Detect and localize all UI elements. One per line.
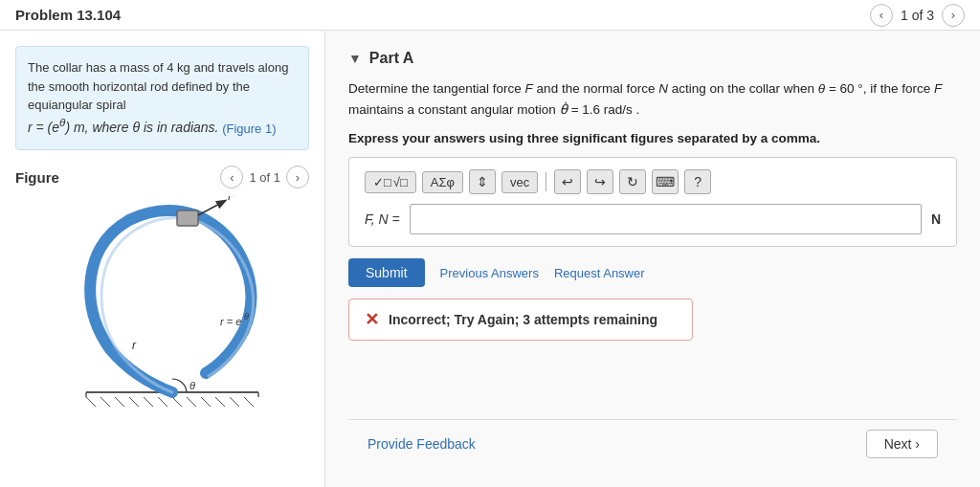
sqrt-icon: ✓□ — [373, 175, 391, 189]
vec-btn[interactable]: vec — [501, 171, 538, 193]
svg-line-12 — [215, 397, 225, 407]
input-row: F, N = N — [365, 204, 941, 234]
keyboard-icon: ⌨ — [656, 174, 675, 189]
desc-line1: The collar has a mass of 4 kg and travel… — [28, 60, 288, 112]
svg-rect-16 — [177, 210, 198, 226]
provide-feedback-link[interactable]: Provide Feedback — [368, 436, 476, 452]
error-icon: ✕ — [365, 309, 379, 330]
vec-label: vec — [510, 175, 529, 189]
previous-answers-link[interactable]: Previous Answers — [440, 266, 539, 280]
help-btn[interactable]: ? — [684, 169, 711, 194]
refresh-btn[interactable]: ↻ — [619, 169, 646, 194]
bottom-bar: Provide Feedback Next › — [348, 419, 957, 468]
desc-figure-ref: (Figure 1) — [222, 121, 276, 135]
problem-title: Problem 13.104 — [15, 7, 121, 23]
figure-canvas: F θ r r = e θ — [15, 196, 309, 416]
figure-section: Figure ‹ 1 of 1 › — [15, 166, 309, 416]
svg-line-11 — [201, 397, 211, 407]
arrows-icon: ⇕ — [477, 174, 488, 189]
svg-line-3 — [86, 397, 96, 407]
desc-formula: r = (eθ) m, where θ is in radians. — [28, 120, 219, 135]
submit-button[interactable]: Submit — [348, 258, 425, 287]
greek-btn[interactable]: AΣφ — [422, 171, 463, 193]
svg-line-17 — [198, 201, 225, 215]
answer-box: ✓□ √□ AΣφ ⇕ vec ↩ ↪ — [348, 157, 957, 247]
sqrt-btn[interactable]: ✓□ √□ — [365, 171, 416, 193]
svg-line-6 — [129, 397, 139, 407]
prev-figure-btn[interactable]: ‹ — [220, 166, 243, 188]
svg-text:r = e: r = e — [220, 316, 241, 327]
unit-label: N — [931, 211, 941, 227]
problem-description: The collar has a mass of 4 kg and travel… — [15, 46, 309, 150]
redo-icon: ↪ — [594, 174, 606, 189]
answer-input[interactable] — [410, 204, 922, 234]
svg-text:θ: θ — [189, 380, 195, 391]
toolbar-separator — [546, 172, 546, 191]
error-message: Incorrect; Try Again; 3 attempts remaini… — [389, 312, 657, 327]
figure-header: Figure ‹ 1 of 1 › — [15, 166, 309, 188]
sqrt-label: √□ — [393, 175, 408, 189]
part-header: ▼ Part A — [348, 50, 957, 67]
refresh-icon: ↻ — [627, 174, 638, 189]
undo-icon: ↩ — [562, 174, 573, 189]
figure-pagination: 1 of 1 — [249, 170, 280, 185]
next-figure-btn[interactable]: › — [286, 166, 309, 188]
part-collapse-arrow[interactable]: ▼ — [348, 51, 362, 66]
svg-line-13 — [230, 397, 239, 407]
spacer — [348, 352, 957, 408]
redo-btn[interactable]: ↪ — [587, 169, 613, 194]
request-answer-link[interactable]: Request Answer — [554, 266, 645, 280]
svg-line-9 — [172, 397, 182, 407]
action-row: Submit Previous Answers Request Answer — [348, 258, 957, 287]
figure-nav: ‹ 1 of 1 › — [220, 166, 309, 188]
next-button[interactable]: Next › — [866, 430, 938, 458]
help-label: ? — [694, 174, 702, 189]
next-problem-btn[interactable]: › — [942, 4, 965, 27]
svg-line-4 — [100, 397, 110, 407]
svg-line-8 — [158, 397, 167, 407]
problem-pagination: 1 of 3 — [901, 8, 934, 23]
svg-text:r: r — [132, 339, 137, 352]
svg-text:θ: θ — [244, 312, 249, 321]
pagination-nav: ‹ 1 of 3 › — [870, 4, 965, 27]
main-layout: The collar has a mass of 4 kg and travel… — [0, 31, 980, 487]
input-label: F, N = — [365, 211, 400, 227]
svg-line-7 — [144, 397, 153, 407]
top-bar: Problem 13.104 ‹ 1 of 3 › — [0, 0, 980, 31]
left-panel: The collar has a mass of 4 kg and travel… — [0, 31, 325, 487]
instruction-text: Express your answers using three signifi… — [348, 131, 957, 145]
arrows-btn[interactable]: ⇕ — [469, 169, 496, 194]
svg-line-14 — [244, 397, 254, 407]
svg-line-10 — [187, 397, 196, 407]
toolbar: ✓□ √□ AΣφ ⇕ vec ↩ ↪ — [365, 169, 941, 194]
prev-problem-btn[interactable]: ‹ — [870, 4, 893, 27]
svg-line-5 — [115, 397, 124, 407]
keyboard-btn[interactable]: ⌨ — [652, 169, 679, 194]
right-panel: ▼ Part A Determine the tangential force … — [325, 31, 980, 487]
error-box: ✕ Incorrect; Try Again; 3 attempts remai… — [348, 299, 693, 341]
figure-diagram: F θ r r = e θ — [38, 196, 287, 416]
figure-label: Figure — [15, 169, 59, 186]
part-label: Part A — [369, 50, 414, 67]
greek-label: AΣφ — [431, 175, 455, 189]
undo-btn[interactable]: ↩ — [554, 169, 581, 194]
question-text: Determine the tangential force F and the… — [348, 78, 957, 120]
svg-text:F: F — [228, 196, 235, 203]
